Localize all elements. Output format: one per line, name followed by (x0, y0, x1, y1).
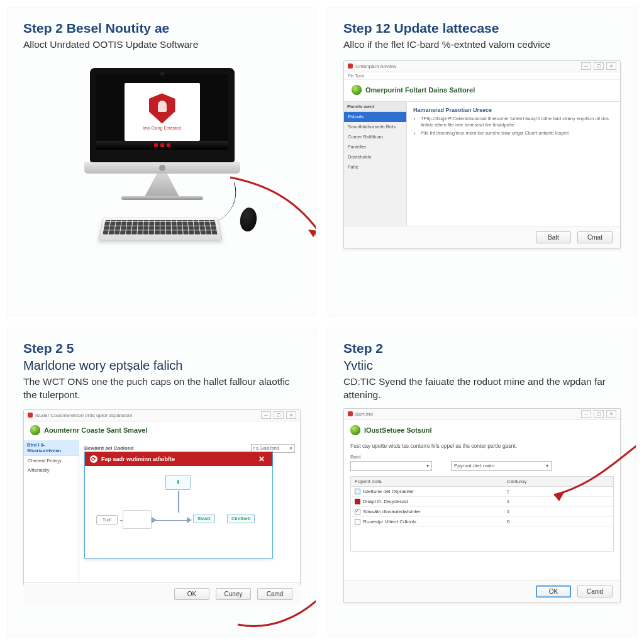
step-subtitle: Allco if the flet IC-bard %-extnted valo… (343, 38, 621, 52)
th[interactable]: Centuloy (503, 477, 613, 486)
window-controls: – □ × (261, 411, 296, 419)
window-titlebar[interactable]: Isuder Coosmerenton brds uptol dsparatom… (24, 410, 300, 421)
table-row[interactable]: Söьsäin diovautedatsinter 1 (351, 507, 613, 517)
maximize-button[interactable]: □ (594, 62, 604, 70)
close-button[interactable]: × (606, 410, 616, 418)
heading-text: Aoumternr Coaste Sant Smavel (44, 426, 147, 434)
heading-text: IOustSetuee Sotsunl (364, 426, 432, 434)
back-button[interactable]: Batt (536, 231, 571, 243)
monitor: Ims Osing Entested (90, 68, 235, 162)
content-title: Hamansrad Prasotian Ursece (413, 107, 614, 113)
flow-node-mid[interactable]: Slastt (193, 514, 215, 523)
step-subtitle: Yvtiic (343, 358, 621, 373)
sidebar-item[interactable]: Fantefier (344, 142, 406, 152)
step-description: The WCT ONS one the puch caps on the hal… (23, 375, 301, 402)
computer-illustration: Ims Osing Entested (23, 68, 301, 244)
content-pane: Hamansrad Prasotian Ursece TPtip-Otsige … (407, 102, 620, 226)
minimize-button[interactable]: – (261, 411, 271, 419)
step-panel-2b: Step 2 Yvtiic CD:TIC Syend the faiuate t… (328, 328, 636, 636)
chevron-down-icon: ▾ (426, 463, 429, 469)
config-window: Isuder Coosmerenton brds uptol dsparatom… (23, 409, 301, 586)
flow-diagram: ⬇ Tudl Slastt Cinithetl (85, 466, 272, 558)
filter-row: Botd ▾ Pругunt.dert rнatrr ▾ (350, 454, 614, 471)
flow-node-download: ⬇ (165, 475, 191, 490)
sidebar-header: Btrd I 0-Slsarsuretvosn (24, 440, 79, 456)
cancel-button[interactable]: Canid (577, 586, 613, 597)
sidebar-item[interactable]: Alttaratsliy (24, 465, 79, 475)
step-description: CD:TIC Syend the faiuate the roduot mine… (343, 375, 621, 402)
combo-box[interactable]: Pругunt.dert rнatrr ▾ (451, 461, 552, 471)
menu-bar[interactable]: Fle Tolst (344, 72, 620, 80)
th[interactable]: Fopent dota (351, 477, 503, 486)
shield-icon (149, 93, 175, 123)
dialog-title: Fap sadr wutiminn atfsibfte (101, 456, 175, 462)
step-subtitle: Alloct Unrdated OOTIS Update Software (23, 38, 301, 52)
table-row[interactable]: Ditapl D- Degsterost 1 (351, 497, 613, 507)
sidebar-item[interactable]: Estouts (344, 112, 406, 122)
app-icon (348, 64, 353, 69)
combo-box[interactable]: ▾ (350, 461, 432, 471)
checkbox[interactable] (355, 499, 360, 504)
maximize-button[interactable]: □ (594, 410, 604, 418)
step-panel-2: Step 2 Besel Noutity ae Alloct Unrdated … (8, 8, 316, 316)
intro-text: Fust cay upette witds tss conterre hils … (350, 443, 614, 449)
flow-node-right[interactable]: Cinithetl (227, 514, 255, 523)
content-bullet: Pile Iht itrenmog'inco ment ibe sunshv i… (421, 130, 614, 136)
orb-icon (350, 425, 360, 435)
selection-window: Bort.fnd – □ × IOustSetuee Sotsunl Fust … (343, 408, 621, 603)
error-dialog: ⟳ Fap sadr wutiminn atfsibfte ✕ ⬇ Tudl S… (84, 452, 273, 558)
orb-icon (30, 425, 40, 435)
sidebar-item[interactable]: Comer Bstătiuan (344, 132, 406, 142)
monitor-caption: Ims Osing Entested (143, 126, 181, 130)
mouse (238, 206, 258, 232)
window-titlebar[interactable]: Bort.fnd – □ × (344, 409, 620, 420)
window-footer: Batt Cmat (344, 226, 620, 248)
cancel-button[interactable]: Cuney (216, 588, 251, 600)
monitor-window: Ims Osing Entested (125, 83, 200, 141)
chevron-down-icon: ▾ (546, 463, 548, 469)
chevron-down-icon: ▾ (290, 446, 292, 451)
checkbox[interactable] (355, 519, 360, 525)
keyboard (98, 218, 223, 241)
error-icon: ⟳ (90, 455, 97, 463)
minimize-button[interactable]: – (581, 62, 591, 70)
ok-button[interactable]: OK (536, 586, 571, 597)
minimize-button[interactable]: – (581, 410, 591, 418)
close-button[interactable]: × (606, 62, 616, 70)
dialog-header[interactable]: ⟳ Fap sadr wutiminn atfsibfte ✕ (85, 452, 272, 466)
peripherals (68, 204, 257, 244)
heading-text: Omerpurint Foltart Dains Sattorel (365, 86, 475, 94)
window-controls: – □ × (581, 62, 616, 70)
monitor-stand (145, 174, 179, 196)
sidebar-item[interactable]: Dastehalde (344, 152, 406, 162)
orb-icon (352, 85, 362, 95)
maximize-button[interactable]: □ (274, 411, 284, 419)
table-row[interactable]: Rooestpr Ulterd Cdionis 0 (351, 517, 613, 527)
checkbox[interactable] (355, 489, 360, 494)
window-titlebar[interactable]: Ontenpant Adview – □ × (344, 61, 620, 72)
close-icon[interactable]: ✕ (256, 454, 267, 464)
window-title: Isuder Coosmerenton brds uptol dsparatom (35, 413, 132, 418)
window-footer: OK Cuney Camd (24, 582, 300, 605)
window-controls: – □ × (581, 410, 616, 418)
data-table: Fopent dota Centuloy Isiettune det Otpna… (350, 476, 614, 552)
step-subtitle: Marldone wory eptșale falich (23, 358, 301, 373)
content-bullet: TPtip-Otsige PrOvtentcfoontrad ithebomer… (421, 116, 614, 128)
window-footer: OK Canid (344, 580, 620, 602)
sidebar: Btrd I 0-Slsarsuretvosn Cheneat Entegy A… (24, 440, 79, 582)
window-main: Panels went Estouts Smudblathorsedn Brds… (344, 101, 620, 226)
combo-value: Pругunt.dert rнatrr (454, 463, 495, 469)
sidebar-header: Panels went (344, 102, 406, 112)
content-label: Bewaird sel Cadiond (84, 445, 134, 451)
cancel-button[interactable]: Cmat (577, 231, 613, 243)
close-button[interactable]: × (286, 411, 296, 419)
table-row[interactable]: Isiettune det Otpnadter † (351, 487, 613, 497)
sidebar-item[interactable]: Smudblathorsedn Brds (344, 122, 406, 132)
sidebar-item[interactable]: Cheneat Entegy (24, 456, 79, 465)
cancel2-button[interactable]: Camd (257, 588, 292, 600)
step-panel-25: Step 2 5 Marldone wory eptșale falich Th… (8, 328, 316, 636)
sidebar-item[interactable]: Falte (344, 162, 406, 172)
combo-label (451, 454, 552, 460)
checkbox[interactable] (355, 509, 360, 514)
ok-button[interactable]: OK (174, 588, 209, 600)
